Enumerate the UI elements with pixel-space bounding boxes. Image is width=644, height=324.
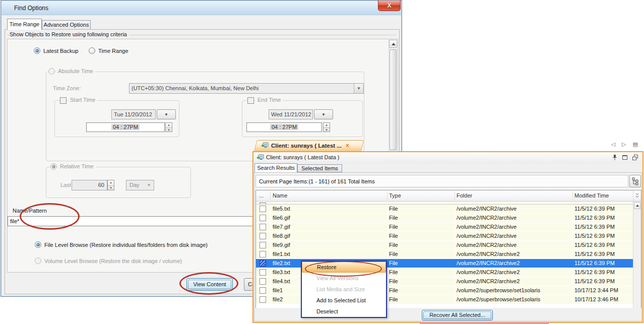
table-row[interactable]: file6.gifFile/volume2/INCR2/archive11/5/… <box>256 214 633 223</box>
tab-time-range[interactable]: Time Range <box>7 19 42 30</box>
cell-name: file3.txt <box>273 269 290 275</box>
items-bar: Current Page Items:(1 - 161) of 161 Tota… <box>255 175 628 187</box>
cell-type: File <box>389 251 398 257</box>
row-checkbox[interactable] <box>260 224 266 230</box>
cell-folder: /volume2/superbrowse/set1solaris <box>457 296 540 302</box>
spin-up-icon: ▲ <box>324 123 330 127</box>
cell-folder: /volume2/INCR2/archive <box>457 242 517 248</box>
row-checkbox[interactable] <box>260 260 266 267</box>
cell-mod: 11/5/12 6:39 PM <box>574 242 615 248</box>
column-name[interactable]: Name <box>273 192 287 199</box>
maximize-icon[interactable] <box>622 154 628 161</box>
double-chevron-down-icon <box>635 193 639 199</box>
spin-up-icon: ▲ <box>166 123 172 127</box>
cell-type: File <box>389 287 398 293</box>
file-level-browse-radio[interactable] <box>35 241 41 248</box>
column-chooser-button[interactable] <box>633 190 641 202</box>
cell-mod: 11/5/12 6:39 PM <box>574 260 615 266</box>
tab-search-results[interactable]: Search Results <box>254 163 297 172</box>
menu-item-restore[interactable]: Restore <box>302 262 386 273</box>
row-checkbox[interactable] <box>260 215 266 221</box>
cell-folder: /volume2/INCR2/archive <box>457 233 517 239</box>
latest-backup-radio[interactable] <box>34 47 40 54</box>
column-modified-time[interactable]: Modified Time <box>574 192 609 199</box>
time-zone-value: (UTC+05:30) Chennai, Kolkata, Mumbai, Ne… <box>132 85 259 91</box>
relative-value-spinner: ▲ ▼ <box>107 180 114 190</box>
end-time-group: End Time Wed 11/21/2012 ▼ 04 : 27PM ▲ ▼ <box>242 100 363 137</box>
recover-all-selected-button[interactable]: Recover All Selected... <box>422 310 493 320</box>
criteria-label: Show Objects to Restore using following … <box>10 31 130 37</box>
restore-window-icon[interactable] <box>632 154 638 161</box>
cell-type: File <box>389 242 398 248</box>
cell-type: File <box>389 206 398 212</box>
table-header[interactable]: ... Name Type Folder Modified Time <box>256 190 641 202</box>
relative-value: 60 <box>98 182 104 188</box>
close-button[interactable]: X <box>378 1 401 11</box>
row-checkbox[interactable] <box>260 278 266 285</box>
start-time-checkbox <box>60 97 67 104</box>
table-row[interactable]: file9.gifFile/volume2/INCR2/archive11/5/… <box>256 241 633 250</box>
start-date-field: Tue 11/20/2012 <box>111 109 156 119</box>
start-time-spinner: ▲ ▼ <box>165 122 172 132</box>
table-row[interactable]: file5.txtFile/volume2/INCR2/archive11/5/… <box>256 205 633 214</box>
row-checkbox[interactable] <box>260 287 266 294</box>
scrollbar-thumb[interactable] <box>390 49 397 150</box>
cell-type: File <box>389 260 398 266</box>
client-document-tab[interactable]: Client: sunrays ( Latest ... × <box>254 140 361 151</box>
start-time-field: 04 : 27PM <box>86 122 165 132</box>
time-range-radio[interactable] <box>89 47 95 54</box>
cell-folder: /volume2/superbrowse/set1solaris <box>457 287 540 293</box>
tab-advanced-options[interactable]: Advanced Options <box>42 20 91 30</box>
chevron-down-icon: ▼ <box>164 112 168 117</box>
dialog-title: Find Options <box>14 5 48 12</box>
view-content-label: View Content <box>193 281 226 287</box>
column-folder[interactable]: Folder <box>457 192 472 199</box>
tab-selected-items[interactable]: Selected Items <box>297 164 342 172</box>
client-titlebar: Client: sunrays ( Latest Data ) <box>253 152 642 163</box>
latest-backup-label: Latest Backup <box>43 48 79 54</box>
cell-folder: /volume2/INCR2/archive2 <box>457 269 520 275</box>
cell-mod: 11/5/12 6:39 PM <box>574 251 615 257</box>
row-checkbox[interactable] <box>260 242 266 248</box>
time-zone-label: Time Zone: <box>53 85 81 91</box>
spin-down-icon: ▼ <box>166 127 172 132</box>
row-checkbox[interactable] <box>260 269 266 276</box>
column-type[interactable]: Type <box>389 192 401 199</box>
cell-name: file8.gif <box>273 233 290 239</box>
cell-folder: /volume2/INCR2/archive2 <box>457 278 520 284</box>
tree-view-button[interactable] <box>629 175 641 187</box>
row-checkbox[interactable] <box>260 296 266 303</box>
table-row[interactable]: file8.gifFile/volume2/INCR2/archive11/5/… <box>256 232 633 241</box>
cell-name: file4.txt <box>273 278 290 284</box>
client-icon <box>261 142 269 150</box>
row-checkbox[interactable] <box>260 233 266 239</box>
scroll-up-button[interactable] <box>389 40 397 48</box>
relative-value-field: 60 <box>72 180 107 190</box>
column-ellipsis[interactable]: ... <box>259 192 264 199</box>
cell-folder: /volume2/INCR2/archive <box>457 215 517 221</box>
row-checkbox[interactable] <box>260 206 266 212</box>
table-scrollbar[interactable] <box>633 202 641 308</box>
view-content-button[interactable]: View Content <box>186 278 233 291</box>
tab-close-icon[interactable]: × <box>346 142 349 149</box>
absolute-time-label: Absolute Time <box>56 68 95 74</box>
pin-icon[interactable] <box>612 154 618 161</box>
menu-item-deselect[interactable]: Deselect <box>302 306 386 317</box>
dialog-titlebar[interactable]: Find Options <box>2 1 401 15</box>
relative-time-group: Relative Time Last 60 ▲ ▼ Day ▼ <box>46 167 191 198</box>
cell-mod: 11/5/12 6:39 PM <box>574 278 615 284</box>
table-row[interactable]: file1.txtFile/volume2/INCR2/archive211/5… <box>256 250 633 259</box>
end-date-value: Wed 11/21/2012 <box>271 111 311 117</box>
tab-nav-icons[interactable]: ◁ ▷ ▤ <box>611 141 640 148</box>
name-pattern-label: Name/Pattern <box>13 208 47 214</box>
file-level-browse-label: File Level Browse (Restore individual fi… <box>44 242 208 248</box>
cell-mod: 11/5/12 6:39 PM <box>574 269 615 275</box>
cell-type: File <box>389 269 398 275</box>
arrow-up-icon <box>392 43 396 45</box>
row-checkbox[interactable] <box>260 251 266 257</box>
client-window-title: Client: sunrays ( Latest Data ) <box>266 154 340 160</box>
table-row[interactable]: file7.gifFile/volume2/INCR2/archive11/5/… <box>256 223 633 232</box>
time-range-label: Time Range <box>98 48 128 54</box>
menu-item-add-to-selected-list[interactable]: Add to Selected List <box>302 295 386 306</box>
scroll-up-button[interactable] <box>634 202 640 209</box>
